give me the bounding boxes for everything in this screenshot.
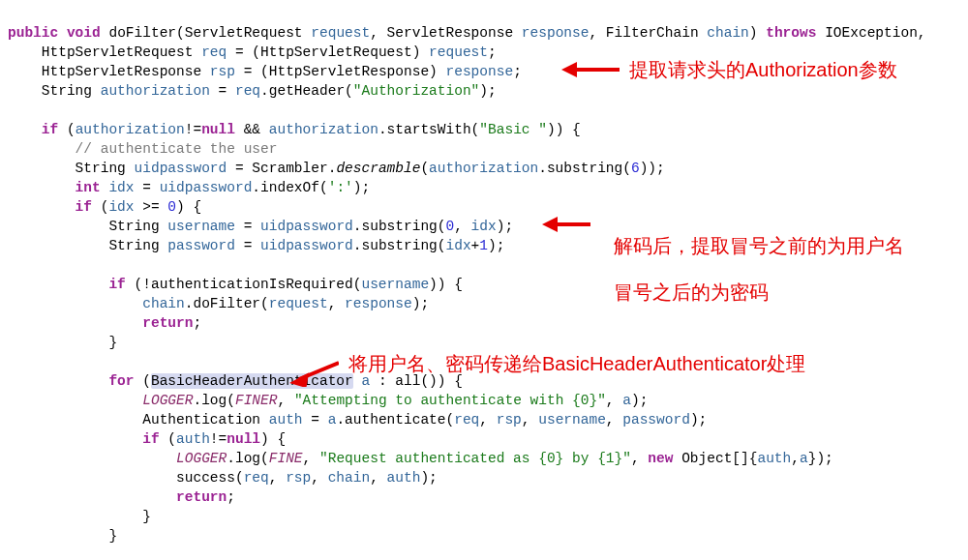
t: , <box>328 296 345 311</box>
ref-a: a <box>622 393 631 408</box>
field-logger: LOGGER <box>142 393 193 408</box>
ref-uidpassword2: uidpassword <box>260 219 353 234</box>
t: doFilter(ServletRequest <box>101 25 312 41</box>
t: ( <box>92 199 108 215</box>
t: .log( <box>193 393 235 408</box>
kw-int: int <box>8 180 101 195</box>
ref-uidpassword3: uidpassword <box>260 238 353 253</box>
t: .getHeader( <box>260 83 353 99</box>
field-fine: FINE <box>269 451 303 466</box>
ref-auth: auth <box>176 431 210 447</box>
var-a: a <box>361 373 370 389</box>
ref-authorization3: authorization <box>429 161 538 176</box>
param-request: request <box>311 25 370 41</box>
char-colon: ':' <box>328 180 353 195</box>
num-0: 0 <box>167 199 176 215</box>
t: )); <box>640 161 665 176</box>
ref-idx2: idx <box>471 219 497 234</box>
t: , <box>606 393 622 408</box>
t: = (HttpServletRequest) <box>227 44 429 60</box>
t: ); <box>488 238 504 253</box>
t: ); <box>497 219 513 234</box>
t: .log( <box>227 451 269 466</box>
annotation-1: 提取请求头的Authorization参数 <box>629 58 897 81</box>
t: , <box>454 219 470 234</box>
t: ( <box>58 122 75 137</box>
arrow-icon-1 <box>561 60 620 79</box>
var-username: username <box>167 219 235 234</box>
var-auth: auth <box>269 412 303 427</box>
t: ) { <box>260 431 286 447</box>
t <box>8 296 142 311</box>
t: .substring( <box>353 238 446 253</box>
ref-rsp3: rsp <box>286 470 311 486</box>
annotation-2: 解码后，提取冒号之前的为用户名 冒号之后的为密码 <box>592 211 904 327</box>
t: ) <box>749 25 766 41</box>
ref-request: request <box>429 44 488 60</box>
ref-auth3: auth <box>387 470 421 486</box>
t: ; <box>193 315 201 331</box>
t: ; <box>227 489 235 505</box>
annotation-2-line1: 解码后，提取冒号之前的为用户名 <box>614 235 904 256</box>
t: )) { <box>429 277 463 292</box>
var-authorization: authorization <box>101 83 210 99</box>
num-0b: 0 <box>446 219 455 234</box>
field-finer: FINER <box>235 393 278 408</box>
t: = (HttpServletResponse) <box>235 64 446 79</box>
t: IOException, <box>816 25 925 41</box>
ref-response2: response <box>345 296 412 311</box>
method-descramble: descramble <box>336 161 420 176</box>
var-uidpassword: uidpassword <box>135 161 227 176</box>
t: + <box>471 238 480 253</box>
t: , <box>522 412 538 427</box>
t <box>8 393 142 408</box>
t: = <box>303 412 328 427</box>
t: } <box>8 509 151 524</box>
t: ( <box>420 161 429 176</box>
kw-throws: throws <box>766 25 816 41</box>
ref-a3: a <box>800 451 808 466</box>
ref-username2: username <box>538 412 606 427</box>
t: }); <box>808 451 833 466</box>
var-idx: idx <box>108 180 134 195</box>
t: ( <box>135 373 151 389</box>
str-basic: "Basic " <box>479 122 547 137</box>
t: = <box>235 238 260 253</box>
t: (!authenticationIsRequired( <box>126 277 362 292</box>
t: .substring( <box>353 219 446 234</box>
t: ); <box>420 470 437 486</box>
kw-if2: if <box>8 199 92 215</box>
t: , FilterChain <box>589 25 707 41</box>
ref-auth2: auth <box>757 451 791 466</box>
ref-req2: req <box>454 412 479 427</box>
ref-chain2: chain <box>328 470 371 486</box>
t: ) { <box>176 199 201 215</box>
kw-if3: if <box>8 277 126 292</box>
ref-idx3: idx <box>446 238 471 253</box>
num-1: 1 <box>479 238 488 253</box>
t: HttpServletRequest <box>8 44 201 60</box>
ref-idx: idx <box>108 199 134 215</box>
t: , <box>311 470 327 486</box>
kw-if: if <box>8 122 58 137</box>
t: String <box>8 83 101 99</box>
t: .substring( <box>538 161 631 176</box>
t: , <box>269 470 286 486</box>
t: } <box>8 528 117 544</box>
t: ; <box>513 64 522 79</box>
t: .doFilter( <box>185 296 269 311</box>
t: ); <box>631 393 648 408</box>
param-response: response <box>522 25 590 41</box>
ref-chain: chain <box>142 296 185 311</box>
t: Object[]{ <box>673 451 757 466</box>
t <box>8 451 176 466</box>
ref-req: req <box>235 83 260 99</box>
ref-rsp2: rsp <box>497 412 522 427</box>
t: && <box>235 122 269 137</box>
t: .authenticate( <box>336 412 454 427</box>
var-req: req <box>201 44 227 60</box>
t: , ServletResponse <box>370 25 522 41</box>
t: String <box>8 238 167 253</box>
str-request-auth: "Request authenticated as {0} by {1}" <box>319 451 631 466</box>
param-chain: chain <box>707 25 749 41</box>
